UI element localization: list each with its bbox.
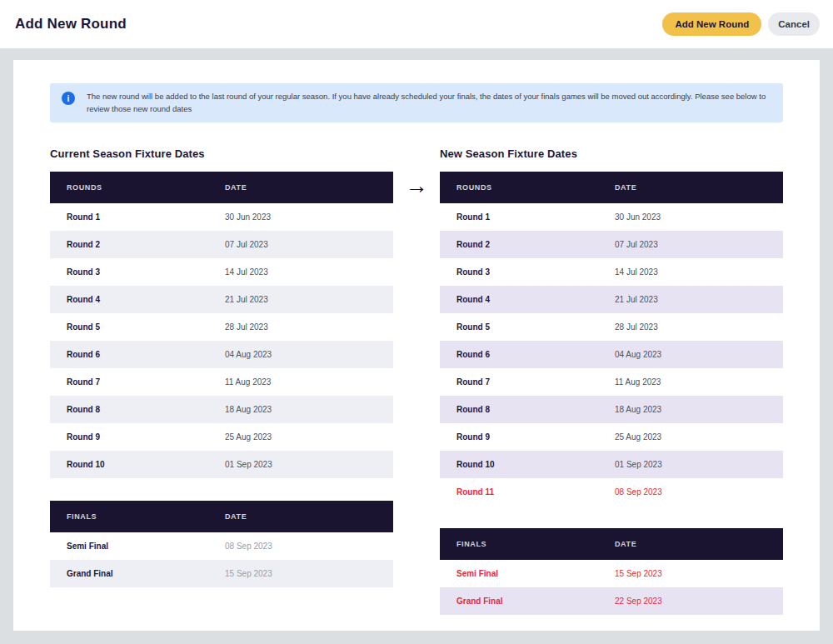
row-label: Grand Final [67,569,225,578]
row-label: Round 7 [456,377,615,387]
row-label: Round 3 [456,267,615,277]
row-date: 04 Aug 2023 [225,350,393,359]
row-date: 04 Aug 2023 [615,350,783,359]
row-date: 18 Aug 2023 [225,405,393,414]
table-row: Round 818 Aug 2023 [440,396,783,423]
row-label: Round 3 [67,267,225,277]
page-title: Add New Round [15,16,127,32]
table-row: Round 711 Aug 2023 [50,368,393,396]
row-label: Round 4 [456,295,615,304]
column-header-finals: FINALS [67,512,225,521]
row-label: Round 5 [456,322,615,332]
table-row: Round 604 Aug 2023 [50,341,393,368]
row-label: Round 1 [456,212,615,222]
table-row: Round 1001 Sep 2023 [50,451,393,478]
row-date: 28 Jul 2023 [615,322,783,332]
new-finals-table-header: FINALS DATE [440,528,783,560]
current-season-title: Current Season Fixture Dates [50,147,393,160]
table-row: Round 528 Jul 2023 [440,313,783,341]
row-date: 07 Jul 2023 [615,240,783,249]
row-date: 28 Jul 2023 [225,322,393,332]
table-row: Grand Final22 Sep 2023 [440,587,783,615]
row-date: 14 Jul 2023 [615,267,783,277]
row-date: 21 Jul 2023 [225,295,393,304]
new-rounds-table-header: ROUNDS DATE [440,172,783,203]
current-rounds-table: ROUNDS DATE Round 130 Jun 2023Round 207 … [50,172,393,478]
row-label: Grand Final [456,597,615,606]
row-label: Round 7 [67,377,225,387]
info-banner-text: The new round will be added to the last … [87,91,768,115]
current-finals-table-body: Semi Final08 Sep 2023Grand Final15 Sep 2… [50,532,393,587]
row-date: 22 Sep 2023 [615,597,783,606]
row-date: 11 Aug 2023 [615,377,783,387]
table-row: Round 528 Jul 2023 [50,313,393,341]
table-row: Round 314 Jul 2023 [440,258,783,286]
column-header-rounds: ROUNDS [67,183,225,192]
add-new-round-button[interactable]: Add New Round [662,12,761,36]
row-date: 18 Aug 2023 [615,405,783,414]
table-row: Round 1001 Sep 2023 [440,451,783,478]
table-row: Round 925 Aug 2023 [50,423,393,451]
table-row: Semi Final15 Sep 2023 [440,560,783,587]
table-row: Round 130 Jun 2023 [440,203,783,231]
row-date: 15 Sep 2023 [615,569,783,578]
table-row: Round 314 Jul 2023 [50,258,393,286]
row-date: 30 Jun 2023 [225,212,393,222]
row-label: Round 8 [67,405,225,414]
column-header-finals: FINALS [456,540,615,548]
new-finals-table-body: Semi Final15 Sep 2023Grand Final22 Sep 2… [440,560,783,615]
table-row: Round 925 Aug 2023 [440,423,783,451]
row-label: Round 10 [456,460,615,469]
current-rounds-table-header: ROUNDS DATE [50,172,393,203]
top-bar: Add New Round Add New Round Cancel [0,0,833,48]
row-label: Round 2 [456,240,615,249]
row-date: 01 Sep 2023 [225,460,393,469]
table-row: Round 130 Jun 2023 [50,203,393,231]
fixture-columns: Current Season Fixture Dates ROUNDS DATE… [50,147,783,615]
row-date: 01 Sep 2023 [615,460,783,469]
row-date: 07 Jul 2023 [225,240,393,249]
table-row: Round 421 Jul 2023 [50,286,393,313]
row-label: Round 9 [67,432,225,442]
column-header-date: DATE [225,183,393,192]
row-date: 11 Aug 2023 [225,377,393,387]
new-season-column: New Season Fixture Dates ROUNDS DATE Rou… [440,147,783,615]
info-icon: i [62,92,75,105]
table-row: Round 207 Jul 2023 [50,231,393,258]
current-rounds-table-body: Round 130 Jun 2023Round 207 Jul 2023Roun… [50,203,393,478]
row-label: Semi Final [67,542,225,551]
new-season-title: New Season Fixture Dates [440,147,783,160]
table-row: Round 604 Aug 2023 [440,341,783,368]
right-arrow-icon: → [406,175,428,197]
column-header-date: DATE [615,540,783,548]
column-header-date: DATE [225,512,393,521]
column-header-date: DATE [615,183,783,192]
new-rounds-table: ROUNDS DATE Round 130 Jun 2023Round 207 … [440,172,783,506]
row-label: Round 10 [67,460,225,469]
header-actions: Add New Round Cancel [662,12,820,36]
row-date: 30 Jun 2023 [615,212,783,222]
row-label: Round 5 [67,322,225,332]
row-date: 08 Sep 2023 [225,542,393,551]
current-finals-table: FINALS DATE Semi Final08 Sep 2023Grand F… [50,501,393,587]
new-rounds-table-body: Round 130 Jun 2023Round 207 Jul 2023Roun… [440,203,783,506]
current-season-column: Current Season Fixture Dates ROUNDS DATE… [50,147,393,615]
row-label: Round 11 [456,487,615,497]
table-row: Grand Final15 Sep 2023 [50,560,393,587]
row-date: 14 Jul 2023 [225,267,393,277]
table-row: Semi Final08 Sep 2023 [50,532,393,560]
content-card: i The new round will be added to the las… [13,60,820,631]
new-finals-table: FINALS DATE Semi Final15 Sep 2023Grand F… [440,528,783,615]
row-date: 15 Sep 2023 [225,569,393,578]
row-date: 25 Aug 2023 [615,432,783,442]
table-row: Round 1108 Sep 2023 [440,478,783,506]
table-row: Round 711 Aug 2023 [440,368,783,396]
cancel-button[interactable]: Cancel [768,12,820,36]
row-label: Round 6 [67,350,225,359]
row-date: 08 Sep 2023 [615,487,783,497]
row-label: Semi Final [456,569,615,578]
row-date: 25 Aug 2023 [225,432,393,442]
row-label: Round 4 [67,295,225,304]
page-background: i The new round will be added to the las… [0,48,833,644]
row-label: Round 9 [456,432,615,442]
